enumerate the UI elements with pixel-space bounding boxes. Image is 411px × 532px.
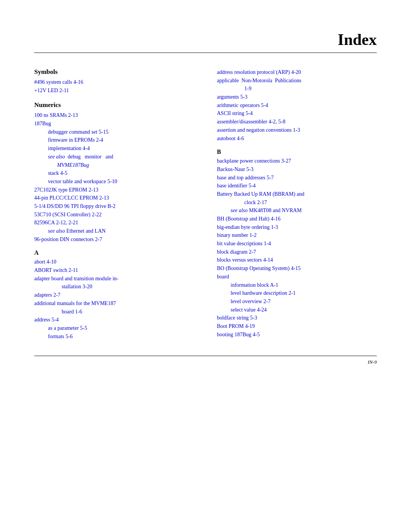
list-item[interactable]: backplane power connections 3-27 (217, 157, 377, 165)
list-item[interactable]: board (217, 273, 377, 281)
list-item[interactable]: 53C710 (SCSI Controller) 2-22 (34, 211, 194, 219)
list-item[interactable]: applicable Non-Motorola Publications (217, 77, 377, 85)
list-item[interactable]: 27C102JK type EPROM 2-13 (34, 186, 194, 194)
list-item[interactable]: arguments 5-3 (217, 93, 377, 101)
list-item[interactable]: clock 2-17 (217, 198, 377, 207)
list-item[interactable]: BH (Bootstrap and Halt) 4-16 (217, 215, 377, 223)
list-item[interactable]: level hardware description 2-1 (217, 289, 377, 297)
list-item[interactable]: select value 4-24 (217, 306, 377, 314)
list-item[interactable]: see also Ethernet and LAN (34, 227, 194, 235)
list-item[interactable]: abort 4-10 (34, 258, 194, 266)
b-heading: B (217, 149, 377, 155)
symbols-heading: Symbols (34, 68, 194, 76)
list-item[interactable]: Backus-Naur 5-3 (217, 165, 377, 174)
list-item[interactable]: +12V LED 2-11 (34, 86, 194, 95)
list-item[interactable]: base identifier 5-4 (217, 182, 377, 190)
list-item[interactable]: autoboot 4-6 (217, 134, 377, 143)
right-column: address resolution protocol (ARP) 4-20 a… (217, 68, 377, 340)
list-item[interactable]: as a parameter 5-5 (34, 324, 194, 332)
list-item[interactable]: assembler/disassembler 4-2, 5-8 (217, 118, 377, 126)
list-item[interactable]: BO (Bootstrap Operating System) 4-15 (217, 264, 377, 273)
left-column: Symbols #496 system calls 4-16 +12V LED … (34, 68, 194, 340)
list-item[interactable]: address 5-4 (34, 316, 194, 324)
list-item[interactable]: information block A-1 (217, 281, 377, 289)
content-columns: Symbols #496 system calls 4-16 +12V LED … (34, 68, 377, 340)
list-item[interactable]: base and top addresses 5-7 (217, 174, 377, 182)
list-item[interactable]: block diagram 2-7 (217, 248, 377, 256)
list-item[interactable]: #496 system calls 4-16 (34, 78, 194, 86)
list-item[interactable]: level overview 2-7 (217, 297, 377, 306)
list-item[interactable]: see also debug monitor and (34, 153, 194, 161)
list-item[interactable]: additional manuals for the MVME187 (34, 299, 194, 308)
list-item[interactable]: 5-1/4 DS/DD 96 TPI floppy drive B-2 (34, 202, 194, 211)
page: Index Symbols #496 system calls 4-16 +12… (0, 0, 411, 396)
footer-page-number: IN-9 (34, 359, 377, 365)
list-item[interactable]: arithmetic operators 5-4 (217, 101, 377, 110)
list-item[interactable]: boldface string 5-3 (217, 314, 377, 322)
list-item[interactable]: implementation 4-4 (34, 144, 194, 153)
list-item[interactable]: address resolution protocol (ARP) 4-20 (217, 68, 377, 77)
list-item[interactable]: adapter board and transition module in- (34, 275, 194, 283)
list-item[interactable]: vector table and workspace 5-10 (34, 177, 194, 186)
list-item[interactable]: binary number 1-2 (217, 231, 377, 240)
bottom-rule (34, 356, 377, 356)
list-item[interactable]: adapters 2-7 (34, 291, 194, 299)
page-title: Index (338, 31, 377, 48)
list-item[interactable]: ABORT switch 2-11 (34, 266, 194, 275)
list-item[interactable]: 44-pin PLCC/CLCC EPROM 2-13 (34, 194, 194, 202)
list-item[interactable]: board 1-6 (34, 308, 194, 316)
list-item[interactable]: debugger command set 5-15 (34, 128, 194, 136)
list-item[interactable]: 1-9 (217, 85, 377, 93)
top-rule (34, 53, 377, 53)
list-item[interactable]: blocks versus sectors 4-14 (217, 256, 377, 264)
list-item[interactable]: Boot PROM 4-19 (217, 322, 377, 331)
list-item[interactable]: stallation 3-20 (34, 283, 194, 291)
list-item[interactable]: stack 4-5 (34, 169, 194, 177)
list-item[interactable]: MVME187Bug (34, 161, 194, 169)
list-item[interactable]: 100 ns SRAMs 2-13 (34, 111, 194, 120)
list-item[interactable]: see also MK48T08 and NVRAM (217, 206, 377, 215)
list-item[interactable]: ASCII string 5-4 (217, 109, 377, 118)
list-item[interactable]: 96-position DIN connectors 2-7 (34, 235, 194, 244)
list-item[interactable]: booting 187Bug 4-5 (217, 331, 377, 339)
list-item[interactable]: assertion and negation conventions 1-3 (217, 126, 377, 134)
title-section: Index (34, 30, 377, 49)
list-item[interactable]: bit value descriptions 1-4 (217, 240, 377, 248)
list-item[interactable]: 82596CA 2-12, 2-21 (34, 219, 194, 227)
numerics-heading: Numerics (34, 101, 194, 109)
list-item[interactable]: firmware in EPROMs 2-4 (34, 136, 194, 144)
list-item[interactable]: 187Bug (34, 120, 194, 128)
list-item[interactable]: formats 5-6 (34, 332, 194, 341)
list-item[interactable]: big-endian byte ordering 1-3 (217, 223, 377, 232)
a-heading: A (34, 249, 194, 256)
list-item[interactable]: Battery Backed Up RAM (BBRAM) and (217, 190, 377, 198)
